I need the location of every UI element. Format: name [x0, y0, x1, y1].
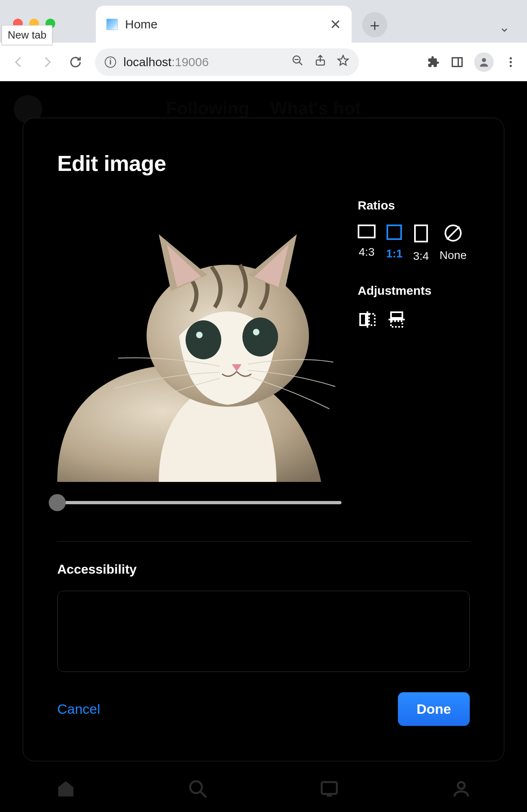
bottom-nav [0, 767, 527, 812]
edit-image-modal: Edit image [23, 118, 504, 761]
close-tab-icon[interactable]: ✕ [330, 17, 341, 31]
svg-rect-26 [391, 321, 402, 327]
back-icon[interactable] [10, 53, 28, 71]
background-tab-whats-hot: What's hot [270, 98, 361, 119]
nav-notifications-icon[interactable] [319, 779, 339, 801]
svg-point-18 [196, 332, 203, 338]
new-tab-tooltip: New tab [2, 25, 52, 45]
browser-tab[interactable]: Home ✕ [96, 6, 352, 43]
svg-rect-13 [322, 782, 337, 794]
image-preview-area [57, 198, 341, 513]
adjustment-tools [358, 310, 470, 329]
zoom-slider[interactable] [57, 492, 341, 513]
ratio-1-1[interactable]: 1:1 [386, 225, 402, 263]
nav-profile-icon[interactable] [451, 779, 471, 801]
svg-point-20 [253, 329, 259, 335]
tab-strip: New tab Home ✕ ＋ ⌄ [0, 0, 527, 43]
extensions-icon[interactable] [427, 56, 440, 69]
ratio-4-3-icon [358, 225, 376, 238]
profile-avatar-icon[interactable] [474, 52, 494, 72]
background-feed-tabs: Following What's hot [0, 98, 527, 119]
svg-point-8 [510, 57, 512, 59]
svg-point-19 [242, 317, 278, 356]
reload-icon[interactable] [67, 53, 84, 71]
ratio-3-4-label: 3:4 [413, 250, 429, 263]
side-panel-icon[interactable] [451, 56, 464, 69]
ratio-options: 4:3 1:1 3:4 None [358, 225, 470, 263]
browser-toolbar: i localhost:19006 [0, 43, 527, 81]
ratio-none-label: None [439, 249, 467, 262]
done-button[interactable]: Done [398, 692, 470, 726]
svg-point-17 [186, 320, 221, 359]
svg-point-15 [458, 782, 464, 789]
svg-point-9 [510, 61, 512, 63]
svg-point-10 [510, 65, 512, 67]
modal-title: Edit image [57, 151, 470, 176]
ratio-none-icon [445, 225, 462, 242]
svg-line-12 [200, 791, 206, 797]
accessibility-section: Accessibility [57, 562, 470, 674]
section-divider [57, 541, 470, 542]
ratio-4-3-label: 4:3 [359, 246, 375, 259]
nav-home-icon[interactable] [56, 779, 76, 801]
svg-rect-25 [391, 312, 402, 318]
address-bar[interactable]: i localhost:19006 [95, 48, 359, 76]
site-info-icon[interactable]: i [105, 56, 116, 68]
ratio-3-4-icon [414, 225, 428, 242]
adjustments-heading: Adjustments [358, 284, 470, 298]
ratio-none[interactable]: None [439, 225, 467, 263]
zoom-out-icon[interactable] [292, 54, 304, 69]
edit-side-panel: Ratios 4:3 1:1 3:4 [358, 198, 470, 513]
modal-footer: Cancel Done [57, 692, 470, 726]
browser-chrome: New tab Home ✕ ＋ ⌄ i localhost:19006 [0, 0, 527, 81]
favicon-icon [106, 19, 118, 30]
zoom-slider-thumb[interactable] [49, 494, 66, 511]
ratio-1-1-icon [387, 225, 402, 240]
image-preview[interactable] [57, 198, 341, 482]
svg-point-7 [482, 58, 486, 62]
ratio-1-1-label: 1:1 [386, 247, 402, 260]
tab-title: Home [125, 17, 322, 31]
share-icon[interactable] [314, 54, 326, 69]
svg-marker-4 [338, 56, 348, 65]
svg-line-2 [299, 62, 302, 65]
new-tab-button[interactable]: ＋ [362, 12, 387, 37]
accessibility-heading: Accessibility [57, 562, 470, 577]
forward-icon[interactable] [38, 53, 56, 71]
ratios-heading: Ratios [358, 199, 470, 212]
nav-search-icon[interactable] [188, 779, 208, 801]
tabs-overflow-icon[interactable]: ⌄ [499, 19, 510, 35]
cancel-button[interactable]: Cancel [57, 701, 100, 717]
flip-vertical-icon[interactable] [387, 310, 406, 329]
bookmark-star-icon[interactable] [337, 54, 349, 69]
flip-horizontal-icon[interactable] [358, 310, 377, 329]
svg-rect-5 [452, 58, 462, 66]
svg-point-11 [190, 781, 202, 793]
app-background: Following What's hot Edit image [0, 81, 527, 812]
ratio-4-3[interactable]: 4:3 [358, 225, 376, 263]
ratio-3-4[interactable]: 3:4 [413, 225, 429, 263]
background-tab-following: Following [166, 98, 249, 119]
alt-text-input[interactable] [57, 591, 470, 672]
svg-rect-23 [369, 314, 375, 325]
preview-cat-illustration [57, 230, 341, 482]
browser-menu-icon[interactable] [504, 56, 517, 69]
url-text: localhost:19006 [123, 55, 209, 69]
svg-rect-22 [360, 314, 366, 325]
